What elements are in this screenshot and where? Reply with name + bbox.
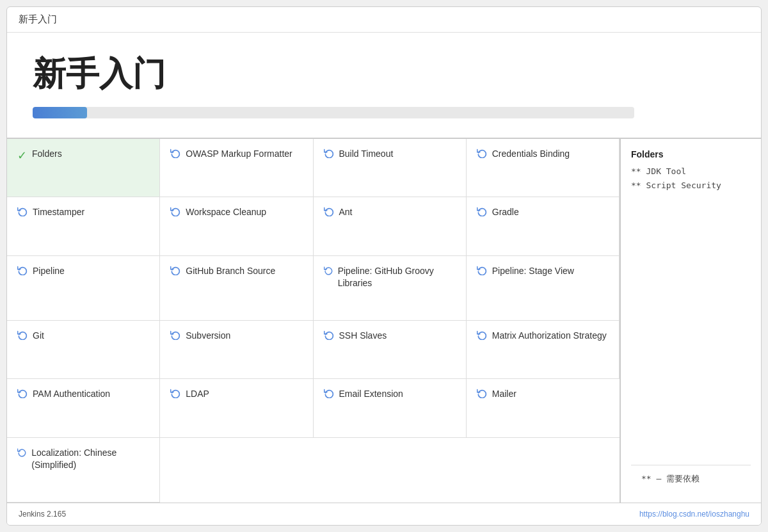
refresh-icon [324, 265, 333, 275]
refresh-icon [324, 330, 334, 340]
plugin-name: Timestamper [33, 206, 84, 219]
refresh-icon [17, 330, 28, 340]
plugin-name: Gradle [492, 206, 519, 219]
refresh-icon [17, 447, 26, 457]
plugin-name: Pipeline: GitHub Groovy Libraries [338, 265, 456, 290]
hero-section: 新手入门 [7, 33, 761, 138]
plugin-name: Workspace Cleanup [186, 206, 266, 219]
refresh-icon [324, 148, 334, 158]
plugin-build-timeout[interactable]: Build Timeout [314, 139, 467, 197]
refresh-icon [477, 148, 487, 158]
plugin-name: Folders [32, 148, 62, 161]
plugin-subversion[interactable]: Subversion [160, 321, 313, 379]
sidebar-footer-note: ** – 需要依赖 [631, 465, 751, 492]
plugin-mailer[interactable]: Mailer [467, 379, 620, 437]
refresh-icon [477, 265, 487, 275]
refresh-icon [17, 265, 28, 275]
plugins-grid-wrapper: ✓ Folders Timestamper Pipeline Git [7, 138, 761, 503]
check-icon: ✓ [17, 149, 27, 163]
plugin-name: Pipeline: Stage View [492, 265, 574, 278]
content-area: 新手入门 ✓ Folders Timestamper Pipeline [7, 33, 761, 503]
plugin-github-branch-source[interactable]: GitHub Branch Source [160, 256, 313, 321]
sidebar-info-wrapper: Folders ** JDK Tool ** Script Security *… [631, 149, 751, 492]
plugin-name: LDAP [186, 388, 209, 401]
sidebar-info-deps: ** JDK Tool ** Script Security [631, 165, 751, 193]
refresh-icon [17, 206, 28, 216]
plugin-timestamper[interactable]: Timestamper [7, 197, 160, 255]
plugin-pipeline-stage-view[interactable]: Pipeline: Stage View [467, 256, 620, 321]
plugin-name: Git [33, 330, 44, 343]
footer-version: Jenkins 2.165 [19, 510, 66, 519]
plugin-name: OWASP Markup Formatter [186, 148, 292, 161]
plugin-credentials-binding[interactable]: Credentials Binding [467, 139, 620, 197]
plugin-ssh-slaves[interactable]: SSH Slaves [314, 321, 467, 379]
plugin-name: SSH Slaves [339, 330, 387, 343]
plugin-git[interactable]: Git [7, 321, 160, 379]
progress-bar-fill [33, 107, 87, 118]
refresh-icon [324, 206, 334, 216]
plugin-matrix-auth[interactable]: Matrix Authorization Strategy [467, 321, 620, 379]
refresh-icon [17, 388, 28, 398]
refresh-icon [477, 206, 487, 216]
plugins-grid: ✓ Folders Timestamper Pipeline Git [7, 139, 620, 503]
plugin-gradle[interactable]: Gradle [467, 197, 620, 255]
plugin-name: Ant [339, 206, 353, 219]
refresh-icon [170, 148, 180, 158]
refresh-icon [170, 330, 180, 340]
refresh-icon [477, 388, 487, 398]
main-window: 新手入门 新手入门 ✓ Folders Timestamper [6, 6, 762, 526]
refresh-icon [170, 206, 180, 216]
dep-line-2: ** Script Security [631, 179, 751, 193]
plugin-name: Matrix Authorization Strategy [492, 330, 607, 343]
plugin-email-extension[interactable]: Email Extension [314, 379, 467, 437]
plugin-ldap[interactable]: LDAP [160, 379, 313, 437]
refresh-icon [324, 388, 334, 398]
plugin-name: PAM Authentication [33, 388, 110, 401]
title-bar-label: 新手入门 [19, 13, 57, 24]
plugin-name: Build Timeout [339, 148, 394, 161]
progress-bar-container [33, 107, 634, 118]
plugin-name: Subversion [186, 330, 230, 343]
plugin-name: Localization: Chinese (Simplified) [31, 447, 149, 472]
hero-title: 新手入门 [33, 52, 735, 97]
refresh-icon [170, 388, 180, 398]
plugin-name: Email Extension [339, 388, 403, 401]
plugin-pipeline-github-groovy[interactable]: Pipeline: GitHub Groovy Libraries [314, 256, 467, 321]
plugin-name: Credentials Binding [492, 148, 570, 161]
refresh-icon [170, 265, 180, 275]
plugin-name: Pipeline [33, 265, 65, 278]
dep-line-1: ** JDK Tool [631, 165, 751, 179]
plugin-pam-auth[interactable]: PAM Authentication [7, 379, 160, 437]
plugin-folders[interactable]: ✓ Folders [7, 139, 160, 197]
plugin-owasp[interactable]: OWASP Markup Formatter [160, 139, 313, 197]
sidebar-info-panel: Folders ** JDK Tool ** Script Security *… [620, 139, 761, 503]
footer: Jenkins 2.165 https://blog.csdn.net/iosz… [7, 503, 761, 525]
refresh-icon [477, 330, 487, 340]
title-bar: 新手入门 [7, 7, 761, 33]
footer-url: https://blog.csdn.net/ioszhanghu [639, 510, 749, 519]
plugin-name: Mailer [492, 388, 516, 401]
plugin-workspace-cleanup[interactable]: Workspace Cleanup [160, 197, 313, 255]
plugin-localization[interactable]: Localization: Chinese (Simplified) [7, 438, 160, 503]
plugin-ant[interactable]: Ant [314, 197, 467, 255]
plugin-pipeline[interactable]: Pipeline [7, 256, 160, 321]
sidebar-info-title: Folders [631, 149, 751, 159]
plugin-name: GitHub Branch Source [186, 265, 275, 278]
